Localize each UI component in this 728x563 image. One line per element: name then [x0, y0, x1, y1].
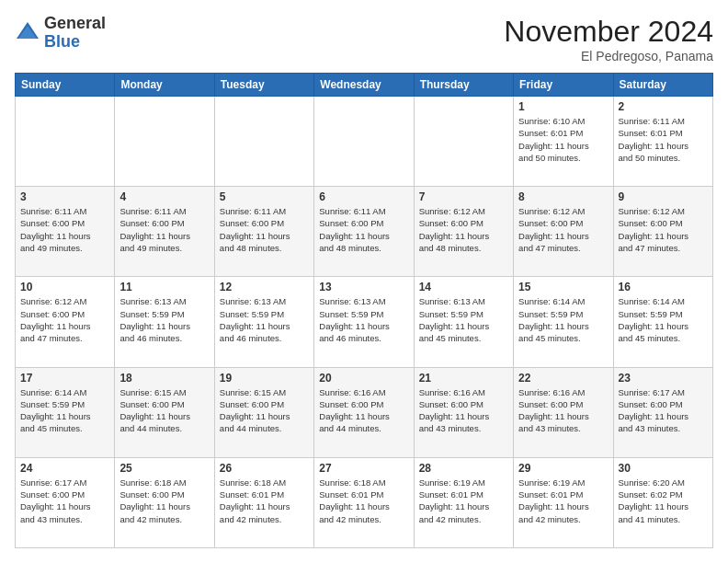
- day-number: 30: [619, 462, 708, 475]
- day-number: 3: [20, 190, 109, 203]
- calendar-cell: 19Sunrise: 6:15 AM Sunset: 6:00 PM Dayli…: [214, 367, 313, 457]
- week-row-0: 1Sunrise: 6:10 AM Sunset: 6:01 PM Daylig…: [16, 97, 713, 187]
- title-block: November 2024 El Pedregoso, Panama: [504, 15, 713, 63]
- cell-info: Sunrise: 6:17 AM Sunset: 6:00 PM Dayligh…: [20, 477, 109, 525]
- day-number: 8: [518, 190, 608, 203]
- day-number: 29: [518, 462, 608, 475]
- calendar-cell: 30Sunrise: 6:20 AM Sunset: 6:02 PM Dayli…: [613, 457, 712, 547]
- calendar-cell: 13Sunrise: 6:13 AM Sunset: 5:59 PM Dayli…: [314, 277, 414, 367]
- day-number: 15: [518, 281, 608, 293]
- calendar-cell: 4Sunrise: 6:11 AM Sunset: 6:00 PM Daylig…: [115, 187, 214, 277]
- calendar-cell: 24Sunrise: 6:17 AM Sunset: 6:00 PM Dayli…: [16, 457, 115, 547]
- week-row-1: 3Sunrise: 6:11 AM Sunset: 6:00 PM Daylig…: [16, 187, 713, 277]
- logo: General Blue: [15, 15, 106, 52]
- calendar-cell: 15Sunrise: 6:14 AM Sunset: 5:59 PM Dayli…: [514, 277, 613, 367]
- cell-info: Sunrise: 6:18 AM Sunset: 6:01 PM Dayligh…: [220, 477, 309, 525]
- cell-info: Sunrise: 6:12 AM Sunset: 6:00 PM Dayligh…: [619, 205, 708, 254]
- calendar-cell: 10Sunrise: 6:12 AM Sunset: 6:00 PM Dayli…: [16, 277, 115, 367]
- day-number: 26: [220, 462, 309, 475]
- logo-blue: Blue: [44, 32, 80, 51]
- day-header-thursday: Thursday: [414, 74, 513, 97]
- month-title: November 2024: [504, 15, 713, 49]
- cell-info: Sunrise: 6:11 AM Sunset: 6:00 PM Dayligh…: [220, 205, 309, 254]
- day-header-friday: Friday: [514, 74, 613, 97]
- cell-info: Sunrise: 6:11 AM Sunset: 6:00 PM Dayligh…: [20, 205, 109, 254]
- calendar-cell: [115, 97, 214, 187]
- logo-general: General: [44, 14, 106, 32]
- calendar-cell: 5Sunrise: 6:11 AM Sunset: 6:00 PM Daylig…: [214, 187, 313, 277]
- day-number: 4: [119, 190, 209, 203]
- day-header-saturday: Saturday: [613, 74, 712, 97]
- calendar-cell: 20Sunrise: 6:16 AM Sunset: 6:00 PM Dayli…: [314, 367, 414, 457]
- logo-icon: [15, 20, 40, 46]
- location: El Pedregoso, Panama: [504, 49, 713, 63]
- calendar-cell: 9Sunrise: 6:12 AM Sunset: 6:00 PM Daylig…: [613, 187, 712, 277]
- calendar-cell: 3Sunrise: 6:11 AM Sunset: 6:00 PM Daylig…: [16, 187, 115, 277]
- calendar-header-row: SundayMondayTuesdayWednesdayThursdayFrid…: [16, 74, 713, 97]
- day-number: 7: [419, 190, 508, 203]
- calendar-cell: 21Sunrise: 6:16 AM Sunset: 6:00 PM Dayli…: [414, 367, 513, 457]
- day-number: 25: [119, 462, 209, 475]
- calendar-cell: 11Sunrise: 6:13 AM Sunset: 5:59 PM Dayli…: [115, 277, 214, 367]
- week-row-3: 17Sunrise: 6:14 AM Sunset: 5:59 PM Dayli…: [16, 367, 713, 457]
- day-number: 17: [20, 372, 109, 385]
- cell-info: Sunrise: 6:16 AM Sunset: 6:00 PM Dayligh…: [518, 386, 608, 435]
- day-number: 21: [419, 372, 508, 385]
- day-number: 27: [319, 462, 408, 475]
- cell-info: Sunrise: 6:14 AM Sunset: 5:59 PM Dayligh…: [518, 295, 608, 344]
- cell-info: Sunrise: 6:13 AM Sunset: 5:59 PM Dayligh…: [220, 295, 309, 344]
- cell-info: Sunrise: 6:12 AM Sunset: 6:00 PM Dayligh…: [419, 205, 508, 254]
- day-number: 2: [619, 100, 708, 113]
- calendar-cell: 8Sunrise: 6:12 AM Sunset: 6:00 PM Daylig…: [514, 187, 613, 277]
- calendar-cell: 12Sunrise: 6:13 AM Sunset: 5:59 PM Dayli…: [214, 277, 313, 367]
- header: General Blue November 2024 El Pedregoso,…: [15, 15, 713, 63]
- cell-info: Sunrise: 6:18 AM Sunset: 6:00 PM Dayligh…: [119, 477, 209, 525]
- cell-info: Sunrise: 6:13 AM Sunset: 5:59 PM Dayligh…: [119, 295, 209, 344]
- calendar-cell: 27Sunrise: 6:18 AM Sunset: 6:01 PM Dayli…: [314, 457, 414, 547]
- day-number: 9: [619, 190, 708, 203]
- calendar-cell: [414, 97, 513, 187]
- calendar-cell: 14Sunrise: 6:13 AM Sunset: 5:59 PM Dayli…: [414, 277, 513, 367]
- day-number: 28: [419, 462, 508, 475]
- day-number: 1: [518, 100, 608, 113]
- cell-info: Sunrise: 6:15 AM Sunset: 6:00 PM Dayligh…: [220, 386, 309, 435]
- cell-info: Sunrise: 6:19 AM Sunset: 6:01 PM Dayligh…: [419, 477, 508, 525]
- cell-info: Sunrise: 6:12 AM Sunset: 6:00 PM Dayligh…: [20, 295, 109, 344]
- day-number: 6: [319, 190, 408, 203]
- cell-info: Sunrise: 6:18 AM Sunset: 6:01 PM Dayligh…: [319, 477, 408, 525]
- calendar-table: SundayMondayTuesdayWednesdayThursdayFrid…: [15, 73, 713, 548]
- calendar-cell: 16Sunrise: 6:14 AM Sunset: 5:59 PM Dayli…: [613, 277, 712, 367]
- day-header-sunday: Sunday: [16, 74, 115, 97]
- calendar-cell: 22Sunrise: 6:16 AM Sunset: 6:00 PM Dayli…: [514, 367, 613, 457]
- calendar-cell: 29Sunrise: 6:19 AM Sunset: 6:01 PM Dayli…: [514, 457, 613, 547]
- day-header-wednesday: Wednesday: [314, 74, 414, 97]
- cell-info: Sunrise: 6:20 AM Sunset: 6:02 PM Dayligh…: [619, 477, 708, 525]
- cell-info: Sunrise: 6:17 AM Sunset: 6:00 PM Dayligh…: [619, 386, 708, 435]
- cell-info: Sunrise: 6:12 AM Sunset: 6:00 PM Dayligh…: [518, 205, 608, 254]
- cell-info: Sunrise: 6:11 AM Sunset: 6:00 PM Dayligh…: [119, 205, 209, 254]
- day-number: 19: [220, 372, 309, 385]
- day-number: 10: [20, 281, 109, 293]
- cell-info: Sunrise: 6:10 AM Sunset: 6:01 PM Dayligh…: [518, 115, 608, 164]
- calendar-cell: 6Sunrise: 6:11 AM Sunset: 6:00 PM Daylig…: [314, 187, 414, 277]
- day-number: 22: [518, 372, 608, 385]
- calendar-cell: 7Sunrise: 6:12 AM Sunset: 6:00 PM Daylig…: [414, 187, 513, 277]
- day-header-tuesday: Tuesday: [214, 74, 313, 97]
- calendar-cell: 17Sunrise: 6:14 AM Sunset: 5:59 PM Dayli…: [16, 367, 115, 457]
- day-number: 14: [419, 281, 508, 293]
- week-row-4: 24Sunrise: 6:17 AM Sunset: 6:00 PM Dayli…: [16, 457, 713, 547]
- day-number: 13: [319, 281, 408, 293]
- cell-info: Sunrise: 6:13 AM Sunset: 5:59 PM Dayligh…: [319, 295, 408, 344]
- calendar-cell: 23Sunrise: 6:17 AM Sunset: 6:00 PM Dayli…: [613, 367, 712, 457]
- calendar-cell: 2Sunrise: 6:11 AM Sunset: 6:01 PM Daylig…: [613, 97, 712, 187]
- calendar-cell: [314, 97, 414, 187]
- day-number: 16: [619, 281, 708, 293]
- calendar-cell: [16, 97, 115, 187]
- day-number: 11: [119, 281, 209, 293]
- calendar-cell: 1Sunrise: 6:10 AM Sunset: 6:01 PM Daylig…: [514, 97, 613, 187]
- cell-info: Sunrise: 6:14 AM Sunset: 5:59 PM Dayligh…: [20, 386, 109, 435]
- cell-info: Sunrise: 6:16 AM Sunset: 6:00 PM Dayligh…: [419, 386, 508, 435]
- day-number: 20: [319, 372, 408, 385]
- calendar-cell: 28Sunrise: 6:19 AM Sunset: 6:01 PM Dayli…: [414, 457, 513, 547]
- page: General Blue November 2024 El Pedregoso,…: [0, 0, 728, 563]
